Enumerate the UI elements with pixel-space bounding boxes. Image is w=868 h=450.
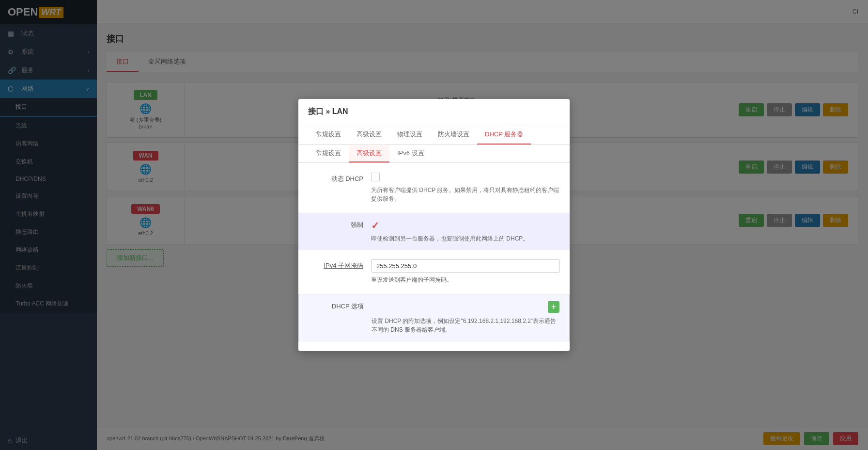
modal-dialog: 接口 » LAN 常规设置 高级设置 物理设置 防火墙设置 DHCP 服务器 常… <box>298 99 570 351</box>
dhcp-options-row: DHCP 选项 + 设置 DHCP 的附加选项，例如设定"6,192.168.2… <box>309 301 559 334</box>
modal-tab-firewall[interactable]: 防火墙设置 <box>430 125 477 145</box>
modal-tab-physical[interactable]: 物理设置 <box>389 125 430 145</box>
modal-tab-general[interactable]: 常规设置 <box>308 125 349 145</box>
ipv4-netmask-input[interactable] <box>371 259 560 273</box>
dhcp-options-hint: 设置 DHCP 的附加选项，例如设定"6,192.168.2.1,192.168… <box>372 317 559 334</box>
modal-tabs: 常规设置 高级设置 物理设置 防火墙设置 DHCP 服务器 <box>298 125 570 145</box>
dynamic-dhcp-checkbox[interactable] <box>371 173 380 181</box>
force-checkmark[interactable]: ✓ <box>371 220 560 231</box>
modal-title: 接口 » LAN <box>298 99 570 125</box>
modal-sub-tab-advanced[interactable]: 高级设置 <box>349 145 389 162</box>
modal-overlay[interactable]: 接口 » LAN 常规设置 高级设置 物理设置 防火墙设置 DHCP 服务器 常… <box>0 0 868 450</box>
modal-sub-tab-ipv6[interactable]: IPv6 设置 <box>389 145 432 162</box>
modal-sub-tab-general[interactable]: 常规设置 <box>308 145 349 162</box>
ipv4-netmask-row: IPv4 子网掩码 重设发送到客户端的子网掩码。 <box>308 259 560 284</box>
ipv4-netmask-hint: 重设发送到客户端的子网掩码。 <box>371 275 560 284</box>
force-control: ✓ 即使检测到另一台服务器，也要强制使用此网络上的 DHCP。 <box>371 220 560 243</box>
modal-body: 动态 DHCP 为所有客户端提供 DHCP 服务。如果禁用，将只对具有静态租约的… <box>298 163 570 351</box>
dynamic-dhcp-label: 动态 DHCP <box>308 173 371 183</box>
ipv4-netmask-control: 重设发送到客户端的子网掩码。 <box>371 259 560 284</box>
dhcp-options-add-button[interactable]: + <box>548 301 559 313</box>
ipv4-netmask-label: IPv4 子网掩码 <box>308 259 371 270</box>
dhcp-options-header: + <box>372 301 559 313</box>
dynamic-dhcp-control: 为所有客户端提供 DHCP 服务。如果禁用，将只对具有静态租约的客户端提供服务。 <box>371 173 560 203</box>
modal-sub-tabs: 常规设置 高级设置 IPv6 设置 <box>298 145 570 163</box>
force-hint: 即使检测到另一台服务器，也要强制使用此网络上的 DHCP。 <box>371 234 560 243</box>
dhcp-options-section: DHCP 选项 + 设置 DHCP 的附加选项，例如设定"6,192.168.2… <box>298 294 570 341</box>
dhcp-options-control: + 设置 DHCP 的附加选项，例如设定"6,192.168.2.1,192.1… <box>372 301 559 334</box>
force-label: 强制 <box>308 220 371 229</box>
ipv4-netmask-link[interactable]: IPv4 子网掩码 <box>324 262 363 269</box>
dhcp-options-label: DHCP 选项 <box>309 301 372 311</box>
force-row: 强制 ✓ 即使检测到另一台服务器，也要强制使用此网络上的 DHCP。 <box>298 213 570 250</box>
dynamic-dhcp-hint: 为所有客户端提供 DHCP 服务。如果禁用，将只对具有静态租约的客户端提供服务。 <box>371 186 560 203</box>
modal-tab-advanced[interactable]: 高级设置 <box>349 125 389 145</box>
modal-tab-dhcp[interactable]: DHCP 服务器 <box>477 125 531 145</box>
dynamic-dhcp-row: 动态 DHCP 为所有客户端提供 DHCP 服务。如果禁用，将只对具有静态租约的… <box>308 173 560 203</box>
